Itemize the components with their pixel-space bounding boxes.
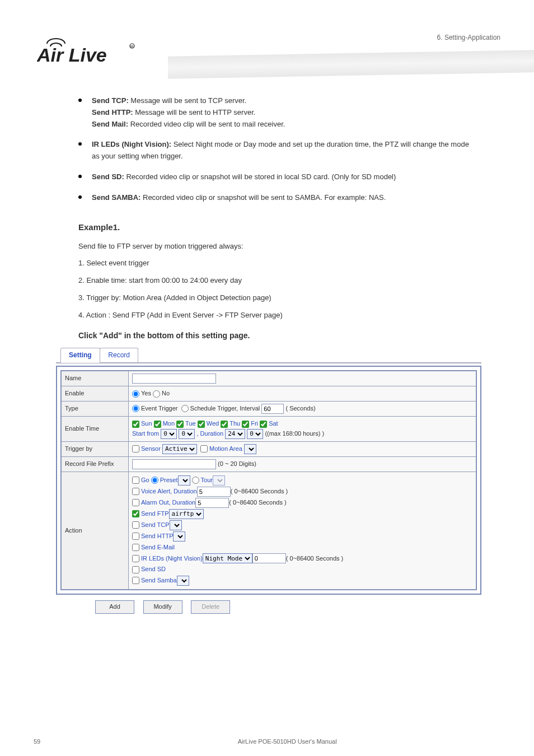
- example-para1: Send file to FTP server by motion trigge…: [78, 241, 478, 253]
- ir-dur-input[interactable]: [252, 553, 286, 563]
- bullet-dot-icon: [78, 195, 82, 199]
- bullet-irleds: IR LEDs (Night Vision): Select Night mod…: [78, 139, 478, 162]
- ir-select[interactable]: Night Mode: [203, 553, 252, 563]
- sensor-select[interactable]: Active: [162, 444, 197, 454]
- day-sat-lbl: Sat: [269, 420, 278, 427]
- sendemail-cb[interactable]: [132, 544, 139, 551]
- modify-button[interactable]: Modify: [143, 600, 182, 614]
- enable-yes-lbl: Yes: [141, 390, 151, 396]
- chapter-num: 6. Setting-Application: [437, 34, 500, 41]
- voice-input[interactable]: [197, 487, 231, 497]
- dur-m-select[interactable]: 0: [247, 429, 263, 439]
- day-thu-lbl: Thu: [229, 420, 240, 427]
- tab-record[interactable]: Record: [100, 348, 138, 362]
- go-lbl: Go: [141, 475, 149, 486]
- alarm-input[interactable]: [195, 498, 229, 508]
- motion-select[interactable]: [244, 444, 256, 454]
- type-sched-radio[interactable]: [181, 405, 189, 412]
- ir-cb[interactable]: [132, 555, 139, 562]
- alarm-note: ( 0~86400 Seconds ): [229, 498, 286, 508]
- start-m-select[interactable]: 0: [179, 429, 195, 439]
- example-step4: 4. Action : Send FTP (Add in Event Serve…: [78, 310, 478, 321]
- sendtcp-cb[interactable]: [132, 521, 139, 529]
- tour-lbl: Tour: [201, 475, 213, 486]
- bullet-label: Send Mail:: [92, 120, 128, 128]
- type-label: Type: [62, 401, 129, 416]
- preset-select[interactable]: [178, 475, 190, 486]
- type-event-radio[interactable]: [132, 405, 139, 412]
- svg-text:Air Live: Air Live: [37, 44, 107, 66]
- bullet-dot-icon: [78, 175, 82, 178]
- airlive-logo: Air Live R: [37, 34, 138, 69]
- delete-button: Delete: [191, 600, 230, 614]
- prefix-input[interactable]: [132, 459, 216, 469]
- type-interval-input[interactable]: [261, 404, 284, 414]
- day-sun-lbl: Sun: [141, 420, 152, 427]
- day-tue-cb[interactable]: [176, 421, 184, 428]
- preset-radio[interactable]: [151, 477, 158, 484]
- sensor-cb[interactable]: [132, 445, 139, 452]
- sendftp-lbl: Send FTP: [141, 509, 169, 519]
- day-sun-cb[interactable]: [132, 421, 139, 428]
- type-sched-lbl: Schedule Trigger, Interval: [190, 405, 260, 412]
- day-thu-cb[interactable]: [221, 421, 228, 428]
- go-cb[interactable]: [132, 477, 139, 484]
- setting-screenshot: Setting Record Name Enable Yes No: [56, 347, 481, 614]
- add-button[interactable]: Add: [95, 600, 134, 614]
- name-label: Name: [62, 371, 129, 386]
- sensor-lbl: Sensor: [141, 445, 161, 452]
- bullet-sendsamba: Send SAMBA: Recorded video clip or snaps…: [78, 192, 478, 204]
- bullet-text: Recorded video clip or snapshot will be …: [140, 193, 386, 202]
- sendhttp-select[interactable]: [173, 531, 185, 542]
- ir-note: ( 0~86400 Seconds ): [286, 554, 343, 564]
- dur-h-select[interactable]: 24: [225, 429, 245, 439]
- bullet-sendsd: Send SD: Recorded video clip or snapshot…: [78, 171, 478, 183]
- header-stripe: [168, 50, 534, 78]
- voice-cb[interactable]: [132, 488, 139, 495]
- footer-text: AirLive POE-5010HD User's Manual: [238, 738, 337, 745]
- day-sat-cb[interactable]: [260, 421, 267, 428]
- enable-no-radio[interactable]: [153, 390, 160, 398]
- bullet-label: Send SAMBA:: [92, 193, 140, 202]
- tab-row: Setting Record: [56, 347, 481, 363]
- prefix-label: Record File Prefix: [62, 456, 129, 472]
- day-fri-lbl: Fri: [251, 420, 258, 427]
- sendtcp-select[interactable]: [170, 520, 182, 530]
- bullet-label: Send TCP:: [92, 96, 129, 105]
- type-event-lbl: Event Trigger: [141, 405, 177, 412]
- voice-lbl: Voice Alert, Duration: [141, 487, 197, 497]
- tour-radio[interactable]: [192, 477, 199, 484]
- sendftp-select[interactable]: airftp: [169, 509, 204, 519]
- bullet-dot-icon: [78, 142, 82, 146]
- enable-yes-radio[interactable]: [132, 390, 139, 398]
- click-add-text: Click "Add" in the bottom of this settin…: [78, 329, 478, 342]
- tab-setting[interactable]: Setting: [60, 348, 100, 363]
- bullet-dot-icon: [78, 99, 82, 102]
- sendsd-lbl: Send SD: [141, 564, 166, 575]
- day-mon-cb[interactable]: [154, 421, 161, 428]
- bullet-sendtcp: Send TCP: Message will be sent to TCP se…: [78, 95, 478, 130]
- name-input[interactable]: [132, 374, 216, 384]
- sendemail-lbl: Send E-Mail: [141, 543, 175, 553]
- motion-cb[interactable]: [200, 445, 208, 452]
- example-step2: 2. Enable time: start from 00:00 to 24:0…: [78, 275, 478, 287]
- start-h-select[interactable]: 0: [161, 429, 177, 439]
- page-content: Send TCP: Message will be sent to TCP se…: [0, 78, 534, 614]
- sendsd-cb[interactable]: [132, 566, 139, 573]
- sendtcp-lbl: Send TCP: [141, 520, 170, 530]
- sendsamba-select[interactable]: [177, 576, 189, 586]
- dur-note: ((max 168:00 hours) ): [265, 430, 324, 437]
- voice-note: ( 0~86400 Seconds ): [231, 487, 288, 497]
- day-wed-cb[interactable]: [198, 421, 205, 428]
- page-number: 59: [34, 738, 40, 745]
- alarm-cb[interactable]: [132, 499, 139, 506]
- bullet-label: Send SD:: [92, 172, 124, 181]
- enable-label: Enable: [62, 386, 129, 402]
- sendsamba-cb[interactable]: [132, 577, 139, 584]
- bullet-text: Recorded video clip will be sent to mail…: [128, 120, 285, 128]
- sendftp-cb[interactable]: [132, 510, 139, 517]
- example-heading: Example1.: [78, 221, 478, 234]
- day-fri-cb[interactable]: [242, 421, 249, 428]
- sendhttp-cb[interactable]: [132, 533, 139, 540]
- page-footer: 59 AirLive POE-5010HD User's Manual: [0, 738, 534, 745]
